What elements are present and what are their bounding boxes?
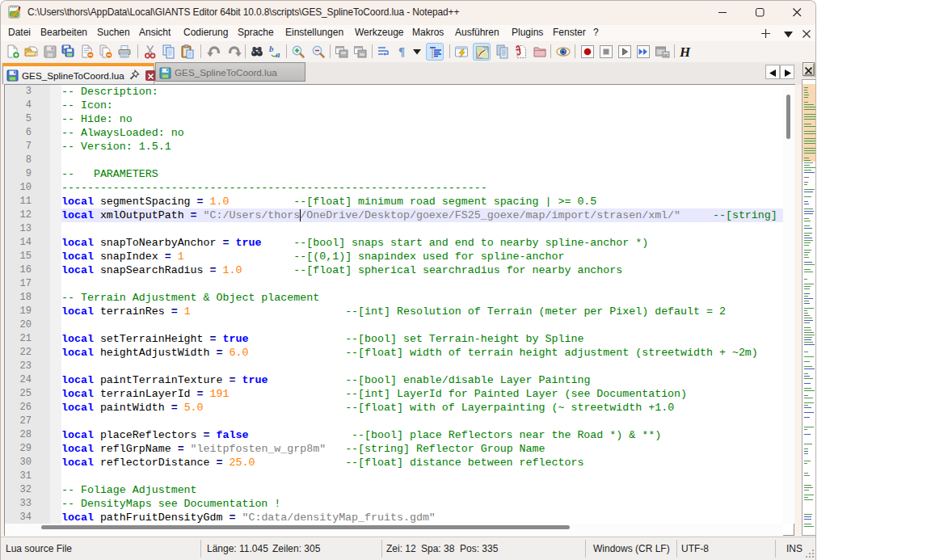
undo-button[interactable] bbox=[205, 44, 221, 60]
find-button[interactable] bbox=[249, 44, 265, 60]
sync-vertical-scroll-button[interactable] bbox=[334, 44, 350, 60]
code-line[interactable] bbox=[61, 318, 783, 332]
code-line[interactable]: local terrainLayerId = 191 --[int] Layer… bbox=[61, 387, 783, 401]
save-all-button[interactable] bbox=[61, 44, 77, 60]
zoom-in-button[interactable] bbox=[290, 44, 306, 60]
menu-makros[interactable]: Makros bbox=[412, 27, 444, 38]
code-line[interactable]: local reflectorDistance = 25.0 --[float]… bbox=[61, 456, 783, 469]
code-line[interactable] bbox=[61, 154, 783, 167]
vertical-scrollbar-thumb[interactable] bbox=[786, 95, 790, 139]
folder-as-workspace-button[interactable] bbox=[532, 44, 548, 60]
code-line[interactable]: local terrainRes = 1 --[int] Resolution … bbox=[61, 305, 783, 318]
menu-fenster[interactable]: Fenster bbox=[553, 27, 586, 38]
document-map-button[interactable] bbox=[473, 43, 491, 61]
save-button[interactable] bbox=[42, 44, 58, 60]
menu-sprache[interactable]: Sprache bbox=[238, 27, 274, 38]
menu-codierung[interactable]: Codierung bbox=[183, 27, 228, 38]
sync-horizontal-scroll-button[interactable] bbox=[352, 44, 369, 60]
code-line[interactable]: -- PARAMETERS bbox=[61, 167, 783, 181]
vertical-scrollbar[interactable] bbox=[783, 85, 794, 524]
copy-button[interactable] bbox=[161, 44, 177, 60]
code-line[interactable]: ----------------------------------------… bbox=[61, 181, 783, 195]
function-list-button[interactable] bbox=[513, 44, 529, 60]
code-line[interactable]: -- Foliage Adjustment bbox=[61, 483, 783, 497]
show-indent-guide-button[interactable] bbox=[426, 43, 444, 61]
tab-scroll-right-button[interactable] bbox=[780, 65, 794, 79]
editor[interactable]: 3456789101112131415161718192021222324252… bbox=[4, 84, 794, 536]
code-line[interactable]: local snapSearchRadius = 1.0 --[float] s… bbox=[61, 263, 783, 277]
replace-button[interactable]: ba bbox=[268, 44, 284, 60]
new-file-button[interactable] bbox=[5, 44, 21, 60]
horizontal-scrollbar-thumb[interactable] bbox=[41, 525, 570, 529]
tab-list-dropdown-icon[interactable] bbox=[781, 27, 794, 40]
code-line[interactable] bbox=[61, 222, 783, 236]
menu-werkzeuge[interactable]: Werkzeuge bbox=[355, 27, 403, 38]
document-map-panel[interactable] bbox=[802, 79, 816, 536]
horizontal-scrollbar[interactable] bbox=[5, 524, 783, 536]
tab-active[interactable]: GES_SplineToCoord.lua bbox=[2, 63, 154, 84]
macro-stop-button[interactable] bbox=[598, 44, 614, 60]
macro-save-button[interactable]: uc bbox=[654, 44, 670, 60]
code-line[interactable]: local snapToNearbyAnchor = true --[bool]… bbox=[61, 236, 783, 250]
zoom-out-button[interactable] bbox=[310, 44, 326, 60]
code-line[interactable]: -- AlwaysLoaded: no bbox=[61, 126, 783, 140]
code-line[interactable]: local pathFruitDensityGdm = "C:data/dens… bbox=[61, 511, 783, 524]
code-line[interactable]: local segmentSpacing = 1.0 --[float] min… bbox=[61, 195, 783, 208]
code-line[interactable]: -- DensityMaps see Documentation ! bbox=[61, 497, 783, 511]
word-wrap-button[interactable] bbox=[376, 44, 392, 60]
resize-grip-icon[interactable] bbox=[805, 549, 815, 558]
print-button[interactable] bbox=[116, 44, 133, 60]
code-line[interactable]: local xmlOutputPath = "C:/Users/thors/On… bbox=[61, 208, 783, 222]
menu-suchen[interactable]: Suchen bbox=[97, 27, 130, 38]
maximize-button[interactable] bbox=[742, 1, 777, 24]
show-all-characters-dropdown-button[interactable] bbox=[412, 44, 423, 60]
code-line[interactable]: local snapIndex = 1 --[(0,1)] snapindex … bbox=[61, 250, 783, 263]
cut-button[interactable] bbox=[142, 44, 158, 60]
close-all-button[interactable] bbox=[98, 44, 114, 60]
close-file-button[interactable] bbox=[79, 44, 95, 60]
code-line[interactable]: local heightAdjustWidth = 6.0 --[float] … bbox=[61, 346, 783, 360]
code-line[interactable]: local paintTerrainTexture = true --[bool… bbox=[61, 373, 783, 387]
minimize-button[interactable] bbox=[705, 1, 740, 24]
pin-tab-icon[interactable] bbox=[128, 69, 140, 81]
panel-close-button[interactable] bbox=[803, 62, 815, 76]
close-tab-x-icon[interactable] bbox=[800, 27, 813, 40]
code-line[interactable] bbox=[61, 415, 783, 428]
menu-ansicht[interactable]: Ansicht bbox=[139, 27, 171, 38]
tab-inactive[interactable]: GES_SplineToCoord.lua bbox=[155, 62, 305, 82]
code-line[interactable]: local placeReflectors = false --[bool] p… bbox=[61, 428, 783, 442]
code-line[interactable]: local paintWidth = 5.0 --[float] with of… bbox=[61, 401, 783, 415]
macro-record-button[interactable] bbox=[579, 44, 596, 60]
macro-play-button[interactable] bbox=[617, 44, 633, 60]
code-line[interactable]: -- Description: bbox=[61, 85, 783, 99]
tab-scroll-left-button[interactable] bbox=[765, 65, 780, 79]
menu-einstellungen[interactable]: Einstellungen bbox=[285, 27, 343, 38]
monitoring-eye-button[interactable] bbox=[554, 44, 571, 60]
flash-window-button[interactable] bbox=[453, 44, 470, 60]
menu-datei[interactable]: Datei bbox=[8, 27, 31, 38]
code-line[interactable] bbox=[61, 277, 783, 291]
open-file-button[interactable] bbox=[23, 44, 40, 60]
show-all-characters-button[interactable]: ¶ bbox=[396, 44, 412, 60]
menu-ausfuehren[interactable]: Ausführen bbox=[455, 27, 499, 38]
code-line[interactable]: local setTerrainHeight = true --[bool] s… bbox=[61, 332, 783, 346]
menu-plugins[interactable]: Plugins bbox=[512, 27, 543, 38]
plugin-h-button[interactable]: H bbox=[677, 44, 693, 60]
new-tab-plus-icon[interactable] bbox=[759, 27, 772, 40]
code-line[interactable]: -- Terrain Adjustment & Object placement bbox=[61, 291, 783, 305]
menu-bearbeiten[interactable]: Bearbeiten bbox=[40, 27, 87, 38]
code-line[interactable]: -- Hide: no bbox=[61, 112, 783, 126]
code-line[interactable]: -- Version: 1.5.1 bbox=[61, 140, 783, 154]
code-line[interactable] bbox=[61, 469, 783, 483]
code-area[interactable]: -- Description:-- Icon:-- Hide: no-- Alw… bbox=[61, 85, 783, 524]
menu-hilfe[interactable]: ? bbox=[593, 27, 599, 38]
redo-button[interactable] bbox=[225, 44, 242, 60]
code-line[interactable]: local reflGrpName = "leitpfosten_w_grp8m… bbox=[61, 442, 783, 456]
close-button[interactable] bbox=[779, 1, 815, 24]
code-line[interactable]: -- Icon: bbox=[61, 99, 783, 112]
status-insert-mode[interactable]: INS bbox=[786, 543, 803, 554]
paste-button[interactable] bbox=[179, 44, 196, 60]
macro-run-multiple-button[interactable] bbox=[635, 44, 651, 60]
document-list-button[interactable] bbox=[495, 44, 511, 60]
code-line[interactable] bbox=[61, 360, 783, 373]
